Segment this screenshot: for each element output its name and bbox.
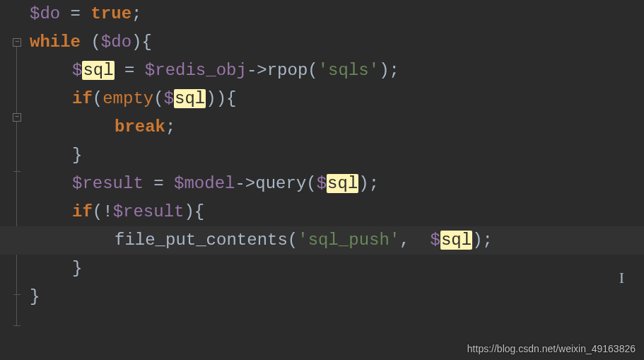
function-empty: empty: [103, 89, 153, 108]
code-line[interactable]: $do = true;: [30, 0, 644, 28]
highlight-token: sql: [82, 61, 114, 80]
keyword-while: while: [30, 33, 81, 52]
code-editor[interactable]: $do = true; while ($do){ $sql = $redis_o…: [0, 0, 644, 360]
code-line[interactable]: $sql = $redis_obj->rpop('sqls');: [30, 57, 644, 85]
keyword-if: if: [72, 89, 93, 108]
code-line[interactable]: while ($do){: [30, 28, 644, 57]
highlight-token: sql: [174, 89, 206, 108]
code-line[interactable]: }: [30, 141, 644, 170]
text-cursor-icon: I: [619, 269, 624, 287]
method-call: rpop: [267, 61, 308, 80]
variable: $do: [30, 4, 60, 23]
code-area[interactable]: $do = true; while ($do){ $sql = $redis_o…: [30, 0, 644, 311]
highlight-token: sql: [440, 231, 472, 250]
variable: $model: [174, 174, 235, 193]
string-literal: sqls: [328, 61, 369, 80]
code-line[interactable]: if(empty($sql)){: [30, 85, 644, 113]
string-literal: sql_push: [308, 231, 390, 250]
code-line[interactable]: break;: [30, 113, 644, 141]
keyword-true: true: [90, 4, 131, 23]
method-call: query: [255, 174, 306, 193]
variable: $do: [101, 33, 131, 52]
watermark: https://blog.csdn.net/weixin_49163826: [467, 343, 636, 354]
variable: $result: [72, 174, 144, 193]
function-call: file_put_contents: [115, 231, 288, 250]
code-line[interactable]: }: [30, 255, 644, 283]
gutter: [0, 0, 24, 360]
code-line[interactable]: if(!$result){: [30, 198, 644, 226]
fold-icon[interactable]: [13, 38, 21, 47]
keyword-break: break: [115, 117, 165, 137]
code-line[interactable]: $result = $model->query($sql);: [30, 170, 644, 198]
fold-icon[interactable]: [13, 113, 21, 122]
code-line-active[interactable]: file_put_contents('sql_push', $sql);: [0, 226, 644, 255]
keyword-if: if: [72, 202, 93, 221]
variable: $redis_obj: [145, 61, 247, 80]
highlight-token: sql: [327, 174, 358, 193]
code-line[interactable]: }: [30, 283, 644, 311]
variable: $result: [113, 202, 185, 221]
